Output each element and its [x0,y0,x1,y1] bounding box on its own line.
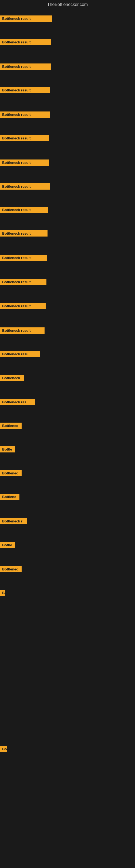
bottleneck-result-item[interactable]: Bottlene [0,494,19,500]
bottleneck-result-item[interactable]: Bottleneck result [0,112,50,118]
bottleneck-result-item[interactable]: Bottleneck result [0,279,46,285]
bottleneck-result-item[interactable]: Bottlenec [0,470,21,476]
bottleneck-result-item[interactable]: Bottleneck result [0,183,50,190]
bottleneck-result-item[interactable]: Bottleneck result [0,303,46,309]
bottleneck-result-item[interactable]: Bottle [0,446,15,453]
bottleneck-result-item[interactable]: Bottleneck result [0,16,52,22]
bottleneck-result-item[interactable]: Bottlenec [0,423,21,429]
bottleneck-result-item[interactable]: Bottleneck result [0,328,45,334]
bottleneck-result-item[interactable]: Bottlenec [0,566,21,572]
bottleneck-result-item[interactable]: Bottleneck result [0,159,49,166]
bottleneck-result-item[interactable]: Bottleneck r [0,518,27,524]
bottleneck-result-item[interactable]: Bo [0,746,7,752]
bottleneck-result-item[interactable]: Bottleneck result [0,230,48,237]
site-title: TheBottlenecker.com [0,0,135,9]
bottleneck-result-item[interactable]: B [0,590,5,596]
bottleneck-result-item[interactable]: Bottleneck resu [0,351,40,357]
bottleneck-result-item[interactable]: Bottleneck result [0,63,51,70]
bottleneck-result-item[interactable]: Bottleneck result [0,87,50,93]
bottleneck-result-item[interactable]: Bottleneck res [0,399,35,405]
bottleneck-result-item[interactable]: Bottleneck [0,375,24,381]
bottleneck-result-item[interactable]: Bottleneck result [0,255,47,261]
bottleneck-result-item[interactable]: Bottleneck result [0,135,49,141]
bottleneck-result-item[interactable]: Bottleneck result [0,39,51,45]
bottleneck-result-item[interactable]: Bottle [0,542,15,548]
bottleneck-result-item[interactable]: Bottleneck result [0,207,48,213]
